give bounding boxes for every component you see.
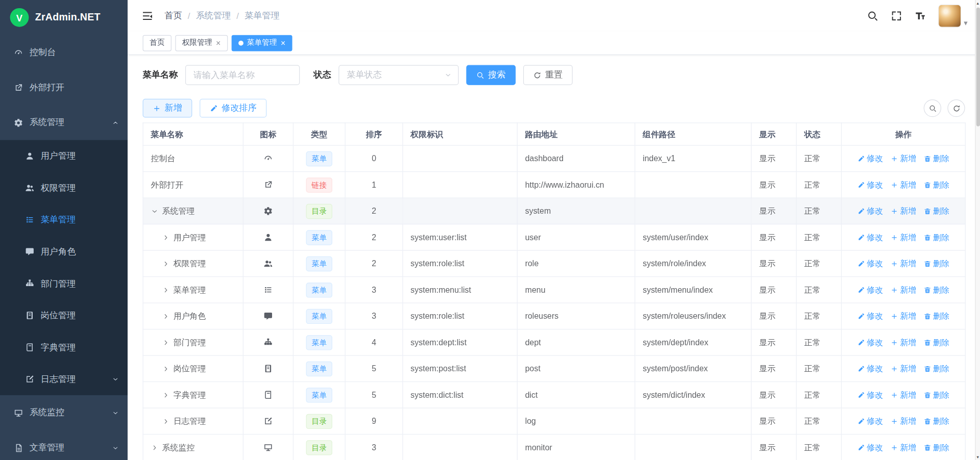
table-row[interactable]: 用户角色菜单3system:role:listroleuserssystem/r…: [143, 303, 965, 329]
fullscreen-button[interactable]: [891, 10, 902, 21]
menu-icon-cell: [243, 408, 293, 434]
close-icon[interactable]: ×: [281, 39, 285, 47]
table-row[interactable]: 字典管理菜单5system:dict:listdictsystem/dict/i…: [143, 382, 965, 408]
delete-link[interactable]: 删除: [924, 179, 949, 190]
edit-link[interactable]: 修改: [857, 363, 883, 374]
menu-name-cell: 部门管理: [143, 329, 243, 355]
sidebar-item-log-manage[interactable]: 日志管理: [0, 363, 128, 395]
sidebar-item-external-open[interactable]: 外部打开: [0, 70, 128, 105]
edit-link[interactable]: 修改: [857, 416, 883, 427]
edit-link[interactable]: 修改: [857, 337, 883, 348]
add-link[interactable]: 新增: [891, 284, 916, 295]
add-link[interactable]: 新增: [891, 442, 916, 453]
action-label: 修改: [867, 337, 883, 348]
edit-link[interactable]: 修改: [857, 284, 883, 295]
add-link[interactable]: 新增: [891, 363, 916, 374]
delete-link[interactable]: 删除: [924, 442, 949, 453]
scrollbar-thumb[interactable]: [976, 8, 979, 126]
tab-role-manage[interactable]: 权限管理×: [175, 35, 227, 51]
add-link[interactable]: 新增: [891, 389, 916, 400]
table-row[interactable]: 控制台菜单0dashboardindex_v1显示正常修改新增删除: [143, 145, 965, 171]
trash-icon: [924, 234, 932, 241]
edit-link[interactable]: 修改: [857, 232, 883, 243]
table-row[interactable]: 岗位管理菜单5system:post:listpostsystem/post/i…: [143, 355, 965, 381]
scroll-up-icon[interactable]: ▲: [976, 0, 979, 6]
add-link[interactable]: 新增: [891, 153, 916, 164]
route-cell: dashboard: [517, 145, 635, 171]
chevron-right-icon: [162, 234, 170, 241]
sidebar-item-article-manage[interactable]: 文章管理: [0, 430, 128, 460]
status-select[interactable]: 菜单状态: [338, 65, 458, 85]
edit-link[interactable]: 修改: [857, 153, 883, 164]
delete-link[interactable]: 删除: [924, 311, 949, 322]
action-label: 删除: [933, 284, 949, 295]
table-row[interactable]: 系统管理目录2system显示正常修改新增删除: [143, 198, 965, 224]
menu-name-input[interactable]: [185, 65, 300, 85]
delete-link[interactable]: 删除: [924, 206, 949, 217]
sidebar-item-user-manage[interactable]: 用户管理: [0, 140, 128, 172]
edit-link[interactable]: 修改: [857, 179, 883, 190]
table-row[interactable]: 日志管理目录9log显示正常修改新增删除: [143, 408, 965, 434]
font-size-button[interactable]: [914, 10, 926, 21]
delete-link[interactable]: 删除: [924, 337, 949, 348]
tab-home[interactable]: 首页: [143, 35, 172, 51]
close-icon[interactable]: ×: [216, 39, 220, 47]
table-row[interactable]: 菜单管理菜单3system:menu:listmenusystem/menu/i…: [143, 277, 965, 303]
table-row[interactable]: 系统监控目录3monitor显示正常修改新增删除: [143, 435, 965, 460]
app-logo[interactable]: V ZrAdmin.NET: [0, 0, 128, 35]
sidebar-item-user-role[interactable]: 用户角色: [0, 236, 128, 268]
add-link[interactable]: 新增: [891, 258, 916, 269]
add-link[interactable]: 新增: [891, 179, 916, 190]
add-button[interactable]: 新增: [143, 99, 192, 118]
edit-link[interactable]: 修改: [857, 311, 883, 322]
sidebar-item-dept-manage[interactable]: 部门管理: [0, 268, 128, 300]
sidebar-item-dict-manage[interactable]: 字典管理: [0, 331, 128, 364]
plus-icon: [891, 444, 898, 451]
delete-link[interactable]: 删除: [924, 284, 949, 295]
browser-scrollbar[interactable]: ▲ ▼: [975, 0, 980, 460]
table-row[interactable]: 部门管理菜单4system:dept:listdeptsystem/dept/i…: [143, 329, 965, 355]
delete-link[interactable]: 删除: [924, 389, 949, 400]
sidebar-item-system-monitor[interactable]: 系统监控: [0, 395, 128, 430]
sidebar-item-system-manage[interactable]: 系统管理: [0, 105, 128, 140]
table-row[interactable]: 用户管理菜单2system:user:listusersystem/user/i…: [143, 224, 965, 250]
refresh-table-button[interactable]: [947, 99, 965, 117]
edit-link[interactable]: 修改: [857, 389, 883, 400]
delete-link[interactable]: 删除: [924, 416, 949, 427]
user-menu[interactable]: ▾: [938, 4, 968, 27]
reset-button[interactable]: 重置: [523, 65, 573, 85]
actions-cell: 修改新增删除: [841, 329, 965, 355]
edit-link[interactable]: 修改: [857, 258, 883, 269]
delete-link[interactable]: 删除: [924, 153, 949, 164]
add-link[interactable]: 新增: [891, 232, 916, 243]
status-cell: 正常: [796, 408, 841, 434]
add-link[interactable]: 新增: [891, 311, 916, 322]
sidebar-item-console[interactable]: 控制台: [0, 35, 128, 70]
edit-link[interactable]: 修改: [857, 206, 883, 217]
delete-link[interactable]: 删除: [924, 363, 949, 374]
sort-cell: 2: [345, 250, 403, 276]
sort-button[interactable]: 修改排序: [200, 99, 266, 118]
sidebar-item-menu-manage[interactable]: 菜单管理: [0, 204, 128, 236]
search-submit-button[interactable]: 搜索: [466, 65, 516, 85]
action-label: 新增: [900, 389, 916, 400]
delete-link[interactable]: 删除: [924, 232, 949, 243]
add-link[interactable]: 新增: [891, 206, 916, 217]
delete-link[interactable]: 删除: [924, 258, 949, 269]
header-search-button[interactable]: [867, 10, 878, 21]
table-row[interactable]: 权限管理菜单2system:role:listrolesystem/role/i…: [143, 250, 965, 276]
tab-menu-manage[interactable]: 菜单管理×: [231, 35, 292, 51]
scroll-down-icon[interactable]: ▼: [976, 454, 979, 460]
add-link[interactable]: 新增: [891, 337, 916, 348]
sidebar-toggle-button[interactable]: [141, 10, 153, 21]
status-select-placeholder: 菜单状态: [347, 69, 382, 81]
sidebar-item-label: 菜单管理: [41, 214, 119, 225]
sidebar-item-post-manage[interactable]: 岗位管理: [0, 299, 128, 331]
menu-name-cell: 岗位管理: [143, 355, 243, 381]
toggle-search-button[interactable]: [924, 99, 941, 117]
table-row[interactable]: 外部打开链接1http://www.izhaorui.cn显示正常修改新增删除: [143, 172, 965, 198]
add-link[interactable]: 新增: [891, 416, 916, 427]
edit-link[interactable]: 修改: [857, 442, 883, 453]
breadcrumb-item[interactable]: 首页: [164, 10, 182, 21]
sidebar-item-role-manage[interactable]: 权限管理: [0, 172, 128, 204]
